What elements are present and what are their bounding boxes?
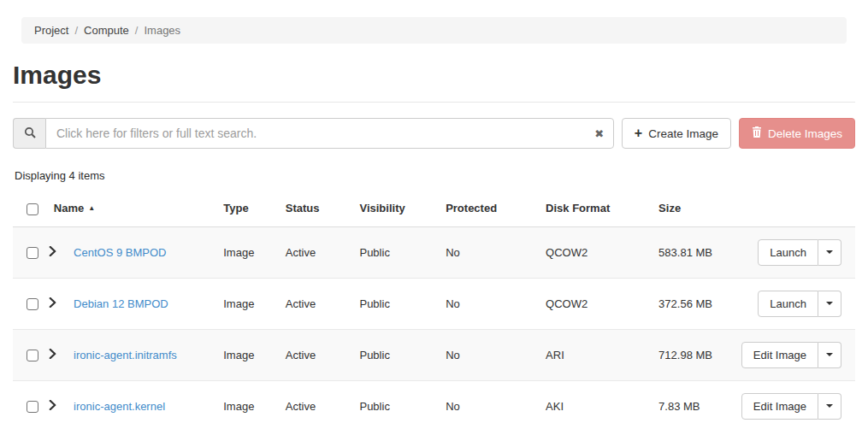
cell-protected: No (439, 278, 539, 329)
table-row: CentOS 9 BMPOD Image Active Public No QC… (13, 226, 855, 278)
cell-visibility: Public (352, 226, 439, 278)
cell-status: Active (279, 380, 353, 429)
delete-images-button[interactable]: Delete Images (739, 118, 855, 149)
cell-status: Active (279, 329, 353, 380)
cell-protected: No (439, 380, 539, 429)
search-clear-button[interactable]: ✖ (586, 119, 613, 148)
select-all-header (13, 191, 47, 226)
search-icon (24, 126, 36, 141)
column-header-status[interactable]: Status (279, 191, 353, 226)
chevron-right-icon[interactable] (49, 400, 56, 413)
cell-visibility: Public (352, 380, 439, 429)
sort-asc-icon: ▲ (88, 204, 95, 212)
column-header-type[interactable]: Type (216, 191, 279, 226)
column-header-size[interactable]: Size (652, 191, 735, 226)
row-checkbox[interactable] (27, 401, 38, 413)
cell-type: Image (216, 329, 279, 380)
table-row: Debian 12 BMPOD Image Active Public No Q… (13, 278, 855, 329)
launch-button[interactable]: Launch (758, 291, 818, 317)
title-divider (13, 102, 855, 103)
caret-down-icon (826, 404, 833, 408)
cell-disk-format: ARI (539, 329, 652, 380)
row-checkbox[interactable] (27, 247, 38, 259)
delete-images-label: Delete Images (768, 127, 842, 140)
cell-size: 7.83 MB (652, 380, 735, 429)
action-dropdown-toggle[interactable] (818, 342, 841, 368)
search-input[interactable] (45, 118, 614, 149)
action-dropdown-toggle[interactable] (818, 239, 841, 266)
image-name-link[interactable]: CentOS 9 BMPOD (74, 246, 166, 259)
cell-size: 712.98 MB (652, 329, 735, 380)
cell-status: Active (279, 226, 353, 278)
breadcrumb-project[interactable]: Project (34, 24, 68, 37)
plus-icon: + (635, 126, 642, 140)
cell-size: 372.56 MB (652, 278, 735, 329)
cell-type: Image (216, 380, 279, 429)
search-addon (13, 118, 45, 149)
caret-down-icon (826, 353, 833, 356)
row-action-group: Edit Image (741, 342, 841, 368)
column-label-name: Name (54, 202, 84, 214)
cell-disk-format: QCOW2 (539, 278, 652, 329)
action-dropdown-toggle[interactable] (818, 393, 841, 420)
row-checkbox[interactable] (27, 298, 38, 310)
cell-type: Image (216, 278, 279, 329)
clear-x-icon: ✖ (594, 127, 604, 140)
cell-type: Image (216, 226, 279, 278)
cell-visibility: Public (352, 278, 439, 329)
caret-down-icon (826, 250, 833, 254)
items-count-top: Displaying 4 items (15, 169, 855, 182)
images-page: Project/Compute/Images Images ✖ + Create… (0, 17, 868, 429)
action-dropdown-toggle[interactable] (818, 291, 841, 317)
table-toolbar: ✖ + Create Image Delete Images (13, 118, 855, 149)
column-header-actions (735, 191, 855, 226)
caret-down-icon (826, 302, 833, 305)
edit-image-button[interactable]: Edit Image (741, 342, 818, 368)
image-name-link[interactable]: ironic-agent.initramfs (74, 349, 177, 361)
launch-button[interactable]: Launch (758, 239, 818, 266)
search-group: ✖ (13, 118, 614, 149)
column-header-name[interactable]: Name▲ (47, 191, 216, 226)
row-checkbox[interactable] (27, 350, 38, 361)
chevron-right-icon[interactable] (49, 297, 56, 310)
image-name-link[interactable]: ironic-agent.kernel (74, 400, 165, 413)
breadcrumb-compute[interactable]: Compute (84, 24, 129, 37)
table-header-row: Name▲ Type Status Visibility Protected D… (13, 191, 855, 226)
create-image-label: Create Image (648, 127, 718, 140)
column-header-disk-format[interactable]: Disk Format (539, 191, 652, 226)
create-image-button[interactable]: + Create Image (622, 118, 731, 149)
cell-protected: No (439, 329, 539, 380)
breadcrumb: Project/Compute/Images (21, 17, 847, 44)
cell-protected: No (439, 226, 539, 278)
cell-visibility: Public (352, 329, 439, 380)
column-header-protected[interactable]: Protected (439, 191, 539, 226)
page-title: Images (13, 61, 855, 90)
images-table: Name▲ Type Status Visibility Protected D… (13, 191, 855, 429)
chevron-right-icon[interactable] (49, 246, 56, 259)
chevron-right-icon[interactable] (49, 349, 56, 361)
row-action-group: Edit Image (741, 393, 841, 420)
breadcrumb-separator: / (135, 24, 139, 37)
row-action-group: Launch (758, 291, 841, 317)
breadcrumb-images: Images (144, 24, 180, 37)
image-name-link[interactable]: Debian 12 BMPOD (74, 297, 168, 310)
select-all-checkbox[interactable] (27, 203, 38, 215)
row-action-group: Launch (758, 239, 841, 266)
table-row: ironic-agent.kernel Image Active Public … (13, 380, 855, 429)
cell-size: 583.81 MB (652, 226, 735, 278)
edit-image-button[interactable]: Edit Image (741, 393, 818, 420)
table-row: ironic-agent.initramfs Image Active Publ… (13, 329, 855, 380)
column-header-visibility[interactable]: Visibility (352, 191, 439, 226)
cell-disk-format: AKI (539, 380, 652, 429)
breadcrumb-separator: / (74, 24, 78, 37)
cell-status: Active (279, 278, 353, 329)
trash-icon (752, 126, 762, 140)
cell-disk-format: QCOW2 (539, 226, 652, 278)
